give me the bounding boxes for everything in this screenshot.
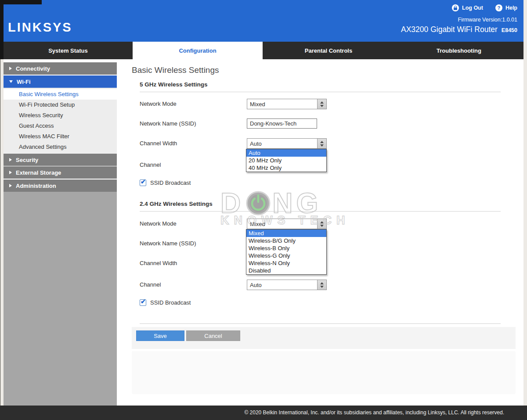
sidebar-group-administration[interactable]: Administration — [4, 179, 117, 192]
sidebar-item-wifi-protected-setup[interactable]: Wi-Fi Protected Setup — [4, 100, 117, 110]
network-mode-label-24ghz: Network Mode — [140, 220, 177, 227]
dropdown-option[interactable]: Wireless-G Only — [246, 252, 326, 259]
dropdown-option[interactable]: 40 MHz Only — [246, 164, 326, 172]
channel-select-24ghz[interactable]: Auto — [247, 280, 327, 290]
tab-system-status[interactable]: System Status — [4, 42, 133, 59]
section-title-24ghz: 2.4 GHz Wireless Settings — [140, 201, 213, 207]
channel-width-label-24ghz: Channel Width — [140, 260, 177, 266]
app-container: LINKSYS Log Out ? Help Firmware Version:… — [4, 0, 523, 406]
sidebar-group-security[interactable]: Security — [4, 154, 117, 166]
footer-copyright: © 2020 Belkin International, Inc. and/or… — [0, 406, 527, 420]
section-rule — [140, 92, 501, 92]
dropdown-option[interactable]: Mixed — [246, 230, 326, 237]
ssid-input-5ghz[interactable] — [247, 118, 317, 129]
router-model: E8450 — [502, 27, 517, 33]
linksys-logo: LINKSYS — [8, 20, 72, 35]
footer-rule — [140, 323, 501, 324]
ssid-broadcast-row-24ghz: ✔ SSID Broadcast — [140, 299, 191, 306]
page-edge — [0, 0, 0, 406]
help-icon[interactable]: ? — [495, 4, 502, 11]
channel-width-select-5ghz[interactable]: Auto — [247, 138, 327, 149]
bottom-panel — [132, 351, 516, 394]
router-admin-page: LINKSYS Log Out ? Help Firmware Version:… — [0, 0, 527, 420]
channel-width-label-5ghz: Channel Width — [140, 140, 177, 147]
chevron-down-icon — [9, 80, 13, 83]
dropdown-option[interactable]: Disabled — [246, 267, 326, 274]
chevron-right-icon — [9, 184, 12, 187]
stepper-icon[interactable] — [317, 99, 326, 109]
sidebar-item-guest-access[interactable]: Guest Access — [4, 121, 117, 131]
power-icon — [246, 191, 271, 215]
tab-parental-controls[interactable]: Parental Controls — [263, 42, 394, 59]
chevron-right-icon — [9, 158, 12, 162]
network-mode-select-24ghz[interactable]: Mixed — [247, 219, 327, 229]
ssid-broadcast-label-24ghz: SSID Broadcast — [150, 299, 191, 306]
main-tab-bar: System Status Configuration Parental Con… — [4, 42, 523, 59]
channel-width-dropdown-5ghz: Auto 20 MHz Only 40 MHz Only — [246, 149, 327, 172]
page-title: Basic Wireless Settings — [132, 65, 219, 75]
firmware-version: Firmware Version:1.0.01 — [458, 17, 518, 23]
sidebar-filler — [4, 192, 117, 406]
section-rule — [140, 211, 501, 212]
chevron-right-icon — [9, 171, 12, 174]
dropdown-option[interactable]: Wireless-B Only — [246, 244, 326, 252]
network-mode-select-5ghz[interactable]: Mixed — [247, 99, 327, 109]
logout-link[interactable]: Log Out — [462, 5, 483, 11]
sidebar: Connectivity Wi-Fi Basic Wireless Settin… — [4, 59, 117, 406]
save-button[interactable]: Save — [136, 330, 184, 341]
page-corner — [0, 0, 42, 4]
stepper-icon[interactable] — [317, 280, 326, 290]
sidebar-group-wifi[interactable]: Wi-Fi — [4, 75, 117, 88]
help-link[interactable]: Help — [505, 5, 517, 11]
content-area: Basic Wireless Settings 5 GHz Wireless S… — [117, 59, 523, 406]
ssid-broadcast-row-5ghz: ✔ SSID Broadcast — [140, 179, 191, 186]
dropdown-option[interactable]: 20 MHz Only — [246, 157, 326, 164]
page-corner — [0, 0, 4, 59]
sidebar-item-wireless-security[interactable]: Wireless Security — [4, 110, 117, 121]
stepper-icon[interactable] — [317, 219, 326, 229]
stepper-icon[interactable] — [317, 139, 326, 148]
tab-configuration[interactable]: Configuration — [133, 42, 263, 59]
ssid-label-5ghz: Network Name (SSID) — [140, 120, 196, 127]
channel-label-5ghz: Channel — [140, 162, 161, 168]
sidebar-wifi-submenu: Basic Wireless Settings Wi-Fi Protected … — [4, 88, 117, 153]
dropdown-option[interactable]: Wireless-N Only — [246, 259, 326, 267]
channel-label-24ghz: Channel — [140, 281, 161, 288]
sidebar-group-external-storage[interactable]: External Storage — [4, 166, 117, 179]
network-mode-label-5ghz: Network Mode — [140, 101, 177, 107]
ssid-broadcast-checkbox-24ghz[interactable]: ✔ — [140, 299, 146, 306]
section-title-5ghz: 5 GHz Wireless Settings — [140, 81, 207, 88]
sidebar-item-basic-wireless-settings[interactable]: Basic Wireless Settings — [4, 89, 117, 100]
network-mode-dropdown-24ghz: Mixed Wireless-B/G Only Wireless-B Only … — [246, 229, 327, 275]
dropdown-option[interactable]: Auto — [246, 149, 326, 157]
ssid-label-24ghz: Network Name (SSID) — [140, 240, 196, 247]
lock-icon[interactable] — [452, 4, 459, 11]
cancel-button[interactable]: Cancel — [186, 330, 240, 341]
router-title: AX3200 Gigabit WiFi Router — [401, 25, 498, 34]
sidebar-item-advanced-settings[interactable]: Advanced Settings — [4, 142, 117, 152]
tab-troubleshooting[interactable]: Troubleshooting — [394, 42, 523, 59]
dropdown-option[interactable]: Wireless-B/G Only — [246, 237, 326, 244]
ssid-broadcast-label-5ghz: SSID Broadcast — [150, 179, 191, 186]
sidebar-group-connectivity[interactable]: Connectivity — [4, 62, 117, 75]
header: LINKSYS Log Out ? Help Firmware Version:… — [4, 0, 523, 42]
ssid-broadcast-checkbox-5ghz[interactable]: ✔ — [140, 179, 146, 186]
sidebar-item-wireless-mac-filter[interactable]: Wireless MAC Filter — [4, 131, 117, 142]
router-title-line: AX3200 Gigabit WiFi Router E8450 — [401, 25, 517, 34]
header-utility-bar: Log Out ? Help — [452, 4, 517, 11]
chevron-right-icon — [9, 67, 12, 70]
